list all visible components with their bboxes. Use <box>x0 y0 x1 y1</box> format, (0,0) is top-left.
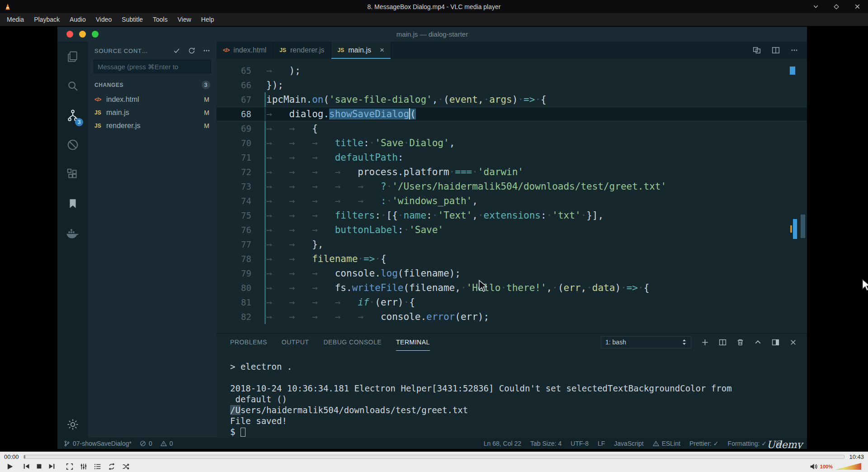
code-line-74[interactable]: 74→ → → → → :·'windows_path', <box>217 194 807 208</box>
code-line-73[interactable]: 73→ → → → → ?·'/Users/haidermalik504/dow… <box>217 179 807 194</box>
code-line-80[interactable]: 80→ → → fs.writeFile(filename,·'Hello·th… <box>217 281 807 295</box>
code-line-77[interactable]: 77→ → }, <box>217 237 807 252</box>
more-actions-icon[interactable] <box>203 47 210 54</box>
loop-button[interactable] <box>106 462 117 472</box>
commit-check-icon[interactable] <box>173 47 180 54</box>
panel-tab-debug-console[interactable]: DEBUG CONSOLE <box>323 334 382 351</box>
scm-file-renderer.js[interactable]: JSrenderer.jsM <box>88 119 217 132</box>
code-line-70[interactable]: 70→ → → title:·'Save·Dialog', <box>217 136 807 150</box>
close-panel-icon[interactable] <box>789 339 797 346</box>
status-0[interactable]: 0 <box>140 440 152 447</box>
video-display[interactable]: main.js — dialog-starter 3 <box>0 26 868 452</box>
macos-close-button[interactable] <box>66 31 73 38</box>
activity-search[interactable] <box>57 71 88 100</box>
volume-control[interactable]: 100% <box>810 463 864 470</box>
code-line-79[interactable]: 79→ → → console.log(filename); <box>217 266 807 281</box>
status-ln-68-col-22[interactable]: Ln 68, Col 22 <box>484 440 521 447</box>
seek-handle[interactable] <box>24 455 25 458</box>
refresh-icon[interactable] <box>188 47 195 54</box>
menu-video[interactable]: Video <box>91 13 117 26</box>
macos-minimize-button[interactable] <box>79 31 86 38</box>
menu-help[interactable]: Help <box>196 13 219 26</box>
commit-message-input[interactable] <box>94 60 211 73</box>
code-line-72[interactable]: 72→ → → → process.platform·===·'darwin' <box>217 165 807 179</box>
menu-tools[interactable]: Tools <box>148 13 173 26</box>
tab-index.html[interactable]: </>index.html <box>217 42 273 59</box>
code-line-68[interactable]: 68→ dialog.showSaveDialog( <box>217 107 807 121</box>
open-changes-icon[interactable] <box>753 46 761 54</box>
code-line-65[interactable]: 65→ ); <box>217 63 807 78</box>
split-terminal-icon[interactable] <box>719 339 726 346</box>
new-terminal-icon[interactable] <box>701 339 709 346</box>
status-tab-size-4[interactable]: Tab Size: 4 <box>530 440 561 447</box>
kill-terminal-icon[interactable] <box>736 339 744 346</box>
status-07-showsavedialog-[interactable]: 07-showSaveDialog* <box>64 440 132 447</box>
modified-badge: M <box>204 122 209 129</box>
minimize-button[interactable] <box>812 3 819 10</box>
close-button[interactable] <box>854 3 861 10</box>
status-lf[interactable]: LF <box>598 440 605 447</box>
status-smiley[interactable] <box>776 440 783 447</box>
code-line-66[interactable]: 66}); <box>217 78 807 92</box>
editor-scrollbar[interactable] <box>801 215 805 238</box>
maximize-panel-icon[interactable] <box>754 339 762 346</box>
play-button[interactable] <box>4 462 15 472</box>
panel-layout-icon[interactable] <box>772 339 779 346</box>
code-line-71[interactable]: 71→ → → defaultPath: <box>217 150 807 165</box>
scm-file-main.js[interactable]: JSmain.jsM <box>88 106 217 119</box>
scm-sidebar: SOURCE CONT… CHANGES 3 </>index.htmlMJSm… <box>88 42 217 438</box>
line-text: → → → → → ?·'/Users/haidermalik504/downl… <box>251 179 666 194</box>
menu-view[interactable]: View <box>173 13 196 26</box>
stop-button[interactable] <box>33 462 45 472</box>
split-editor-icon[interactable] <box>772 46 780 54</box>
menu-playback[interactable]: Playback <box>29 13 65 26</box>
settings-gear-button[interactable] <box>57 418 88 431</box>
terminal-output[interactable]: > electron .2018-10-24 10:36:34.181 Elec… <box>230 351 798 438</box>
changes-label: CHANGES <box>94 82 123 88</box>
extended-settings-button[interactable] <box>78 462 89 472</box>
menu-audio[interactable]: Audio <box>65 13 91 26</box>
activity-bookmarks[interactable] <box>57 189 88 218</box>
activity-debug[interactable] <box>57 130 88 159</box>
status-formatting-[interactable]: Formatting: ✓ <box>728 440 767 447</box>
activity-extensions[interactable] <box>57 159 88 189</box>
close-tab-icon[interactable]: × <box>380 46 384 55</box>
shuffle-button[interactable] <box>120 462 131 472</box>
panel-tab-output[interactable]: OUTPUT <box>282 334 309 351</box>
volume-slider[interactable] <box>835 463 861 470</box>
menu-media[interactable]: Media <box>2 13 29 26</box>
code-line-81[interactable]: 81→ → → → if·(err)·{ <box>217 295 807 310</box>
activity-docker[interactable] <box>57 218 88 248</box>
previous-button[interactable] <box>21 462 32 472</box>
status-0[interactable]: 0 <box>160 440 173 447</box>
seek-slider[interactable] <box>24 455 845 459</box>
menu-subtitle[interactable]: Subtitle <box>117 13 148 26</box>
more-actions-icon[interactable] <box>791 47 798 54</box>
code-line-69[interactable]: 69→ → { <box>217 121 807 136</box>
status-eslint[interactable]: ESLint <box>653 440 680 447</box>
code-line-75[interactable]: 75→ → → filters:·[{·name:·'Text',·extens… <box>217 208 807 223</box>
code-line-67[interactable]: 67ipcMain.on('save-file-dialog',·(event,… <box>217 92 807 107</box>
macos-zoom-button[interactable] <box>92 31 99 38</box>
scm-file-index.html[interactable]: </>index.htmlM <box>88 93 217 106</box>
status-utf-8[interactable]: UTF-8 <box>571 440 589 447</box>
activity-source-control[interactable]: 3 <box>57 100 88 130</box>
playlist-button[interactable] <box>92 462 103 472</box>
fullscreen-button[interactable] <box>64 462 75 472</box>
code-line-76[interactable]: 76→ → → buttonLabel:·'Save' <box>217 223 807 237</box>
tab-main.js[interactable]: JSmain.js× <box>331 42 391 59</box>
activity-explorer[interactable] <box>57 42 88 71</box>
status-prettier-[interactable]: Prettier: ✓ <box>689 440 719 447</box>
panel-tab-problems[interactable]: PROBLEMS <box>230 334 267 351</box>
next-button[interactable] <box>46 462 57 472</box>
code-editor[interactable]: 65→ );66});67ipcMain.on('save-file-dialo… <box>217 59 807 334</box>
maximize-button[interactable] <box>833 3 840 10</box>
terminal-line: File saved! <box>230 415 798 426</box>
panel-tab-terminal[interactable]: TERMINAL <box>396 334 430 351</box>
code-line-78[interactable]: 78→ → filename·=>·{ <box>217 252 807 266</box>
tab-renderer.js[interactable]: JSrenderer.js <box>273 42 331 59</box>
code-line-82[interactable]: 82→ → → → → console.error(err); <box>217 310 807 324</box>
terminal-shell-select[interactable]: 1: bash <box>601 336 691 348</box>
status-left: 07-showSaveDialog*00 <box>64 440 173 447</box>
status-javascript[interactable]: JavaScript <box>614 440 643 447</box>
